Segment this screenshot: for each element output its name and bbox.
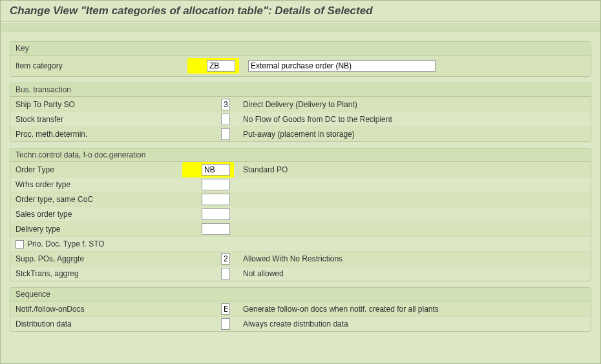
panel-sequence-header: Sequence <box>10 288 591 301</box>
page-title: Change View "Item categories of allocati… <box>1 1 600 22</box>
row-stock-transfer: Stock transfer No Flow of Goods from DC … <box>10 112 591 126</box>
panel-bus-header: Bus. transaction <box>10 83 591 97</box>
sales-label: Sales order type <box>10 210 178 219</box>
ship-input[interactable] <box>221 99 230 110</box>
stck-label: StckTrans, aggreg <box>10 269 178 278</box>
sales-input[interactable] <box>202 208 230 220</box>
stck-desc: Not allowed <box>237 269 591 278</box>
row-stck-trans: StckTrans, aggreg Not allowed <box>10 266 591 281</box>
delivery-input[interactable] <box>202 223 230 235</box>
row-order-type-same: Order type, same CoC <box>10 192 591 207</box>
stck-input[interactable] <box>221 268 230 279</box>
prio-checkbox[interactable] <box>16 240 24 248</box>
proc-desc: Put-away (placement in storage) <box>237 130 591 139</box>
proc-input[interactable] <box>221 128 230 140</box>
order-type-label: Order Type <box>10 165 178 174</box>
dist-desc: Always create distribution data <box>237 319 591 329</box>
delivery-label: Delivery type <box>10 225 178 234</box>
ship-desc: Direct Delivery (Delivery to Plant) <box>237 100 591 109</box>
stock-desc: No Flow of Goods from DC to the Recipien… <box>237 115 591 124</box>
notif-input[interactable] <box>221 303 230 315</box>
supp-desc: Allowed With No Restrictions <box>237 254 591 263</box>
stock-label: Stock transfer <box>10 115 178 124</box>
wrhs-label: Wrhs order type <box>10 180 178 189</box>
panel-tech-control: Techn.control data, f-o doc.generation O… <box>10 148 591 281</box>
order-type-desc: Standard PO <box>237 165 591 174</box>
proc-label: Proc. meth.determin. <box>10 130 178 139</box>
row-item-category: Item category <box>10 56 591 76</box>
panel-bus-transaction: Bus. transaction Ship To Party SO Direct… <box>10 83 591 142</box>
ot-same-label: Order type, same CoC <box>10 195 178 204</box>
panel-key: Key Item category <box>10 41 591 77</box>
item-category-desc-input[interactable] <box>248 60 436 72</box>
toolbar-spacer <box>1 22 600 32</box>
panel-sequence: Sequence Notif./follow-onDocs Generate f… <box>10 287 591 332</box>
row-ship-to-party: Ship To Party SO Direct Delivery (Delive… <box>10 97 591 112</box>
row-supp-pos: Supp. POs, Aggrgte Allowed With No Restr… <box>10 251 591 266</box>
ot-same-input[interactable] <box>202 194 230 205</box>
content-area: Key Item category Bus. transaction Ship … <box>1 32 600 347</box>
prio-label: Prio. Doc. Type f. STO <box>27 239 105 248</box>
order-type-input[interactable] <box>202 164 230 176</box>
dist-input[interactable] <box>221 318 230 330</box>
panel-key-header: Key <box>10 42 591 56</box>
notif-label: Notif./follow-onDocs <box>10 305 178 314</box>
panel-tech-header: Techn.control data, f-o doc.generation <box>10 148 591 162</box>
dist-label: Distribution data <box>10 319 178 329</box>
stock-input[interactable] <box>221 114 230 125</box>
supp-label: Supp. POs, Aggrgte <box>10 254 178 263</box>
row-prio-doc-type: Prio. Doc. Type f. STO <box>10 236 591 251</box>
item-category-label: Item category <box>16 61 184 70</box>
row-proc-meth: Proc. meth.determin. Put-away (placement… <box>10 126 591 141</box>
notif-desc: Generate follow-on docs when notif. crea… <box>237 305 591 314</box>
row-wrhs-order-type: Wrhs order type <box>10 177 591 192</box>
supp-input[interactable] <box>221 253 230 265</box>
row-delivery-type: Delivery type <box>10 221 591 236</box>
item-category-input[interactable] <box>207 60 235 72</box>
row-distribution: Distribution data Always create distribu… <box>10 316 591 331</box>
ship-label: Ship To Party SO <box>10 100 178 109</box>
wrhs-input[interactable] <box>202 179 230 190</box>
row-sales-order-type: Sales order type <box>10 207 591 221</box>
row-order-type: Order Type Standard PO <box>10 162 591 177</box>
row-notif: Notif./follow-onDocs Generate follow-on … <box>10 301 591 316</box>
